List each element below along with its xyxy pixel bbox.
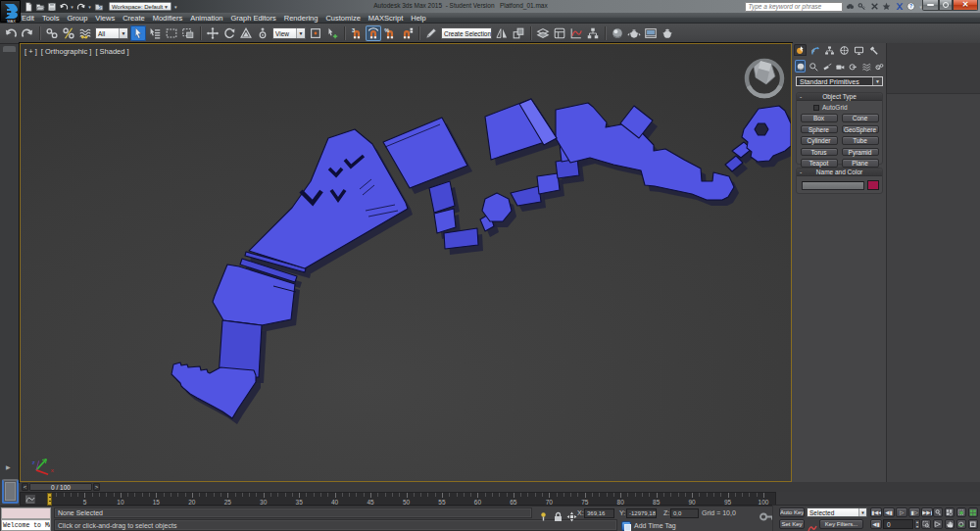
previous-frame-arrow[interactable]: < [22, 483, 28, 491]
manage-layers-icon[interactable] [535, 25, 551, 41]
mirror-icon[interactable] [494, 25, 510, 41]
scene-object-platform[interactable] [21, 44, 792, 482]
select-and-move-icon[interactable] [205, 25, 220, 41]
zoom-extents-all-button[interactable] [968, 507, 978, 517]
selection-set-combo[interactable]: Selected ▼ [807, 507, 867, 517]
z-coord-field[interactable]: 0,0 [670, 508, 699, 518]
category-helpers-icon[interactable] [848, 60, 858, 72]
redo-dropdown-caret[interactable]: ▾ [87, 1, 92, 12]
layout-tab[interactable] [3, 46, 16, 52]
save-icon[interactable] [46, 1, 57, 12]
select-by-name-icon[interactable] [147, 25, 163, 41]
menu-item[interactable]: Create [119, 13, 149, 24]
open-file-icon[interactable] [34, 1, 45, 12]
autogrid-checkbox[interactable] [813, 105, 819, 111]
set-key-button[interactable]: Set Key [779, 519, 805, 529]
orthographic-viewport[interactable]: [ + ] [ Orthographic ] [ Shaded ] x z [20, 43, 792, 482]
menu-item[interactable]: Help [407, 13, 429, 24]
zoom-all-button[interactable] [945, 507, 955, 517]
menu-item[interactable]: Customize [321, 13, 364, 24]
category-space-warps-icon[interactable] [860, 60, 871, 72]
name-color-rollout-header[interactable]: - Name and Color [797, 169, 882, 176]
project-folder-icon[interactable] [93, 1, 104, 12]
maxscript-macro-recorder-field[interactable] [1, 507, 51, 519]
workspace-caret[interactable]: ▾ [174, 4, 177, 10]
primitive-button[interactable]: Tube [842, 136, 879, 145]
current-frame-field[interactable]: 0 [883, 519, 913, 529]
undo-icon[interactable] [3, 25, 19, 41]
next-frame-button[interactable]: ▮▷ [908, 507, 920, 517]
absolute-mode-icon[interactable] [566, 508, 577, 519]
category-systems-icon[interactable] [874, 60, 885, 72]
track-bar-ruler[interactable]: 5101520253035404550556065707580859095100 [20, 492, 776, 506]
maximize-button[interactable] [939, 0, 953, 11]
primitive-button[interactable]: Pyramid [842, 148, 879, 157]
redo-icon[interactable] [20, 25, 35, 41]
select-and-place-icon[interactable] [255, 25, 270, 41]
menu-item[interactable]: Modifiers [149, 13, 186, 24]
primitive-button[interactable]: Cone [842, 114, 879, 122]
menu-item[interactable]: Group [63, 13, 91, 24]
object-color-swatch[interactable] [867, 180, 879, 190]
undo-dropdown-caret[interactable]: ▾ [70, 1, 74, 12]
collapse-icon[interactable]: - [800, 93, 802, 101]
zoom-region-button[interactable] [921, 519, 931, 529]
unlink-selection-icon[interactable] [61, 25, 76, 41]
named-selection-sets-combo[interactable]: Create Selection Se▼ [441, 27, 492, 39]
align-icon[interactable] [511, 25, 526, 41]
key-mode-toggle-button[interactable] [933, 507, 943, 517]
orbit-button[interactable] [956, 519, 966, 529]
sign-in-key-icon[interactable] [858, 2, 867, 12]
bind-spacewarp-icon[interactable] [77, 25, 93, 41]
curve-editor-icon[interactable] [568, 25, 584, 41]
select-and-manipulate-icon[interactable] [324, 25, 340, 41]
y-coord-field[interactable]: -12979,18 [626, 508, 657, 518]
collapse-icon[interactable]: - [800, 169, 802, 176]
rectangular-selection-region-icon[interactable] [164, 25, 179, 41]
viewport-menu-shading[interactable]: [ Shaded ] [95, 47, 128, 56]
category-cameras-icon[interactable] [834, 60, 845, 72]
panel-tab-hierarchy[interactable] [823, 44, 836, 56]
x-coord-field[interactable]: 369,16 [584, 508, 614, 518]
open-mini-curve-editor-button[interactable] [24, 494, 36, 505]
primitive-button[interactable]: Torus [801, 148, 838, 157]
chain-quad-6[interactable] [537, 173, 560, 194]
next-frame-arrow[interactable]: > [93, 483, 100, 491]
strip-expand-arrow-icon[interactable]: ▶ [6, 463, 11, 470]
angle-snap-toggle-icon[interactable] [366, 25, 381, 41]
primitive-button[interactable]: Cylinder [801, 136, 838, 145]
viewport-menu-general[interactable]: [ + ] [24, 47, 37, 56]
percent-snap-toggle-icon[interactable]: % [382, 25, 398, 41]
isolate-selection-icon[interactable] [538, 508, 549, 519]
schematic-view-icon[interactable] [585, 25, 601, 41]
window-crossing-icon[interactable] [180, 25, 196, 41]
category-shapes-icon[interactable] [808, 60, 818, 72]
select-and-scale-icon[interactable] [238, 25, 254, 41]
panel-tab-modify[interactable] [808, 44, 821, 56]
set-keys-icon[interactable] [808, 519, 817, 529]
object-name-field[interactable] [802, 181, 864, 190]
edit-named-selection-sets-icon[interactable] [423, 25, 439, 41]
select-object-icon[interactable] [130, 25, 146, 41]
primitive-button[interactable]: GeoSphere [842, 125, 879, 134]
auto-key-button[interactable]: Auto Key [779, 507, 805, 517]
viewport-menu-pov[interactable]: [ Orthographic ] [41, 47, 92, 56]
menu-item[interactable]: Views [91, 13, 119, 24]
search-input[interactable]: Type a keyword or phrase [745, 2, 843, 12]
main-slab[interactable] [249, 129, 408, 268]
pan-view-button[interactable] [945, 519, 955, 529]
frame-spinner[interactable]: ▴▾ [914, 519, 920, 529]
panel-tab-create[interactable] [794, 44, 807, 56]
render-setup-icon[interactable] [626, 25, 642, 41]
panel-tab-motion[interactable] [838, 44, 851, 56]
new-file-icon[interactable] [23, 1, 33, 12]
object-type-rollout-header[interactable]: - Object Type [797, 93, 882, 101]
previous-frame-button[interactable]: ◀▮ [883, 507, 895, 517]
application-menu-button[interactable]: MAX [0, 0, 21, 23]
rendered-frame-window-icon[interactable] [643, 25, 659, 41]
go-to-start-button[interactable]: ▮◀◀ [870, 507, 882, 517]
primitive-button[interactable]: Plane [842, 159, 879, 168]
play-animation-button[interactable]: ▷ [896, 507, 907, 517]
minimize-button[interactable] [922, 0, 939, 11]
primitive-button[interactable]: Sphere [801, 125, 838, 134]
